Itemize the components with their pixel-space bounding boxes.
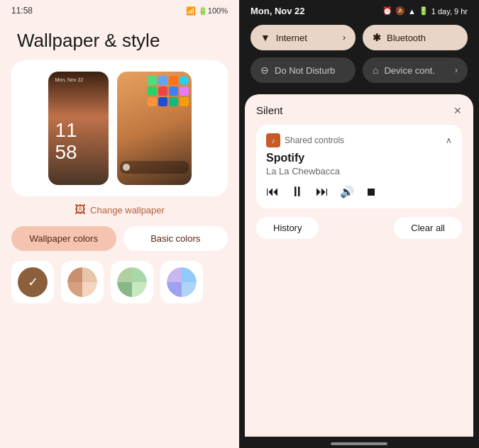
tile-bluetooth-label: Bluetooth bbox=[387, 33, 426, 43]
tab-basic-colors[interactable]: Basic colors bbox=[123, 226, 229, 251]
app-icon bbox=[158, 86, 167, 96]
notification-panel: Silent ✕ ♪ Shared controls ∧ Spotify La … bbox=[245, 94, 473, 437]
volume-button[interactable]: 🔊 bbox=[340, 185, 354, 198]
clear-all-button[interactable]: Clear all bbox=[394, 217, 462, 239]
swatch-circle-pink-tan bbox=[67, 267, 97, 297]
app-icon bbox=[180, 76, 189, 85]
home-indicator bbox=[331, 442, 387, 445]
history-label: History bbox=[273, 223, 302, 233]
status-icons-left: 📶 🔋100% bbox=[186, 6, 228, 16]
color-swatches: ✓ bbox=[11, 261, 228, 303]
search-bar-mock bbox=[120, 161, 189, 174]
song-title: Spotify bbox=[266, 152, 452, 164]
app-icon bbox=[180, 97, 189, 106]
phone-clock: 11 58 bbox=[55, 120, 77, 164]
media-card: ♪ Shared controls ∧ Spotify La La Chewba… bbox=[256, 125, 462, 208]
chevron-device-icon: › bbox=[455, 65, 458, 75]
tile-device-controls[interactable]: ⌂ Device cont. › bbox=[363, 57, 468, 83]
phone-home-screen bbox=[117, 72, 192, 185]
page-title: Wallpaper & style bbox=[0, 18, 239, 60]
swatch-blue[interactable] bbox=[160, 261, 203, 303]
check-icon: ✓ bbox=[28, 274, 38, 290]
swatch-green[interactable] bbox=[111, 261, 153, 303]
chevron-internet-icon: › bbox=[343, 33, 346, 43]
tile-bluetooth[interactable]: ✱ Bluetooth bbox=[363, 25, 468, 50]
clock-hour: 11 bbox=[55, 120, 77, 142]
notification-actions: History Clear all bbox=[256, 217, 462, 239]
spotify-icon: ♪ bbox=[266, 133, 280, 147]
shared-controls-row: ♪ Shared controls ∧ bbox=[266, 133, 452, 147]
right-panel: Mon, Nov 22 ⏰ 🔕 ▲ 🔋 1 day, 9 hr ▼ Intern… bbox=[239, 0, 479, 448]
app-icon bbox=[148, 97, 157, 106]
app-icon bbox=[148, 76, 157, 85]
tile-device-label: Device cont. bbox=[384, 65, 435, 76]
clear-all-label: Clear all bbox=[411, 223, 445, 233]
quick-tiles: ▼ Internet › ✱ Bluetooth ⊖ Do Not Distur… bbox=[239, 19, 479, 89]
pause-button[interactable]: ⏸ bbox=[290, 184, 304, 200]
phone-date: Mon, Nov 22 bbox=[55, 77, 84, 82]
change-wallpaper-button[interactable]: 🖼 Change wallpaper bbox=[75, 203, 165, 216]
app-icon bbox=[158, 97, 167, 106]
color-tabs: Wallpaper colors Basic colors bbox=[11, 226, 228, 251]
phone-lock-screen: Mon, Nov 22 11 58 bbox=[48, 72, 109, 185]
clock-min: 58 bbox=[55, 142, 77, 164]
app-grid-top bbox=[148, 76, 189, 106]
status-bar-left: 11:58 📶 🔋100% bbox=[0, 0, 239, 18]
notification-title: Silent bbox=[256, 104, 283, 116]
left-panel: 11:58 📶 🔋100% Wallpaper & style Mon, Nov… bbox=[0, 0, 239, 448]
status-icons-right: ⏰ 🔕 ▲ 🔋 1 day, 9 hr bbox=[382, 6, 468, 16]
status-bar-right: Mon, Nov 22 ⏰ 🔕 ▲ 🔋 1 day, 9 hr bbox=[239, 0, 479, 19]
song-artist: La La Chewbacca bbox=[266, 166, 452, 177]
tile-dnd-label: Do Not Disturb bbox=[275, 65, 335, 76]
swatch-circle-green bbox=[117, 267, 147, 297]
tab-wallpaper-colors[interactable]: Wallpaper colors bbox=[11, 226, 116, 251]
app-icon bbox=[169, 97, 178, 106]
wallpaper-preview-card: Mon, Nov 22 11 58 bbox=[11, 60, 228, 196]
stop-button[interactable]: ⏹ bbox=[365, 186, 377, 198]
app-icon bbox=[169, 86, 178, 96]
signal-icon: 📶 bbox=[186, 6, 196, 16]
notification-header: Silent ✕ bbox=[256, 104, 462, 116]
dnd-tile-icon: ⊖ bbox=[260, 65, 269, 76]
tile-internet[interactable]: ▼ Internet › bbox=[250, 25, 356, 50]
wallpaper-icon: 🖼 bbox=[75, 203, 86, 216]
signal-icon-right: 🔕 bbox=[395, 6, 405, 16]
swatch-brown[interactable]: ✓ bbox=[11, 261, 54, 303]
prev-button[interactable]: ⏮ bbox=[266, 184, 279, 199]
wifi-tile-icon: ▼ bbox=[260, 32, 270, 43]
change-wallpaper-label: Change wallpaper bbox=[90, 205, 165, 215]
swatch-circle-blue bbox=[167, 267, 197, 297]
app-icon bbox=[169, 76, 178, 85]
app-icon bbox=[158, 76, 167, 85]
close-icon[interactable]: ✕ bbox=[453, 105, 462, 116]
history-button[interactable]: History bbox=[256, 217, 319, 239]
shared-controls-label: ♪ Shared controls bbox=[266, 133, 344, 147]
media-controls: ⏮ ⏸ ⏭ 🔊 ⏹ bbox=[266, 184, 452, 200]
bluetooth-tile-icon: ✱ bbox=[373, 32, 381, 43]
battery-label: 1 day, 9 hr bbox=[431, 7, 468, 16]
tile-dnd[interactable]: ⊖ Do Not Disturb bbox=[250, 57, 356, 83]
app-icon bbox=[148, 86, 157, 96]
chevron-up-icon[interactable]: ∧ bbox=[446, 135, 452, 145]
wifi-icon-right: ▲ bbox=[408, 7, 416, 16]
search-circle bbox=[123, 164, 130, 171]
alarm-icon: ⏰ bbox=[382, 6, 392, 16]
swatch-circle-brown: ✓ bbox=[18, 267, 48, 297]
next-button[interactable]: ⏭ bbox=[316, 184, 329, 199]
date-right: Mon, Nov 22 bbox=[250, 6, 305, 16]
shared-controls-text: Shared controls bbox=[285, 135, 344, 145]
swatch-pink-tan[interactable] bbox=[61, 261, 104, 303]
app-icon bbox=[180, 86, 189, 96]
battery-icon-right: 🔋 bbox=[419, 6, 429, 16]
tile-internet-label: Internet bbox=[276, 33, 307, 43]
time-left: 11:58 bbox=[11, 6, 33, 16]
battery-icon: 🔋100% bbox=[198, 6, 228, 16]
home-tile-icon: ⌂ bbox=[373, 65, 378, 76]
